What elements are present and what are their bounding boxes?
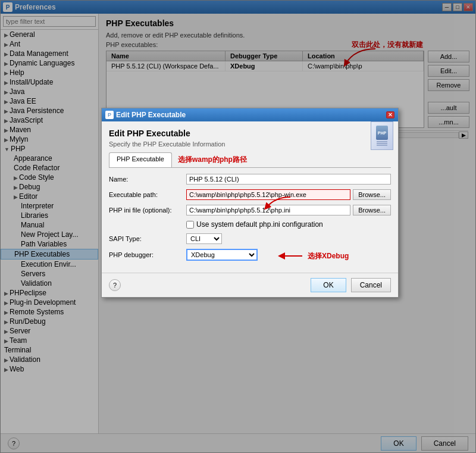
ini-label: PHP ini file (optional): xyxy=(109,207,186,214)
xdebug-label: 选择XDebug xyxy=(308,251,349,261)
checkbox-label: Use system default php.ini configuration xyxy=(196,220,323,229)
exec-label: Executable path: xyxy=(109,191,186,198)
modal-footer: ? OK Cancel xyxy=(102,273,398,297)
modal-body: PHP Edit PHP Executable Specify the PHP … xyxy=(102,121,398,273)
modal-subheading: Specify the PHP Executable Information xyxy=(109,140,391,148)
name-label: Name: xyxy=(109,176,186,183)
modal-title: Edit PHP Executable xyxy=(116,111,384,119)
modal-help-button[interactable]: ? xyxy=(109,279,121,291)
modal-footer-buttons: OK Cancel xyxy=(311,278,391,292)
ini-group: Browse... xyxy=(186,205,391,215)
sapi-row: SAPI Type: CLI CGI xyxy=(109,233,391,244)
modal-cancel-button[interactable]: Cancel xyxy=(351,278,391,292)
xdebug-annotation: 选择XDebug xyxy=(275,250,349,262)
ini-input[interactable] xyxy=(186,205,350,215)
name-input[interactable] xyxy=(186,174,391,185)
debugger-row: PHP debugger: XDebug Zend Debugger None … xyxy=(109,249,391,261)
debugger-select[interactable]: XDebug Zend Debugger None xyxy=(186,249,258,261)
exec-path-input[interactable] xyxy=(186,189,350,200)
modal-tab-bar: PHP Executable 选择wamp的php路径 xyxy=(109,152,391,168)
modal-icon: P xyxy=(105,111,114,119)
ini-browse-button[interactable]: Browse... xyxy=(353,205,391,215)
exec-path-group: Browse... xyxy=(186,189,391,200)
name-row: Name: xyxy=(109,174,391,185)
modal-ok-button[interactable]: OK xyxy=(311,278,346,292)
tab-annotation: 选择wamp的php路径 xyxy=(173,152,252,167)
edit-php-modal: P Edit PHP Executable ✕ PHP Edit PHP Exe… xyxy=(101,108,399,298)
exec-path-row: Executable path: Browse... xyxy=(109,189,391,200)
use-default-ini-checkbox[interactable] xyxy=(186,221,194,229)
checkbox-row: Use system default php.ini configuration xyxy=(109,220,391,229)
modal-title-bar: P Edit PHP Executable ✕ xyxy=(102,108,398,121)
sapi-label: SAPI Type: xyxy=(109,235,186,242)
php-icon: PHP xyxy=(371,121,393,150)
modal-overlay: P Edit PHP Executable ✕ PHP Edit PHP Exe… xyxy=(0,0,476,453)
debugger-label: PHP debugger: xyxy=(109,251,186,258)
modal-close-button[interactable]: ✕ xyxy=(386,111,394,118)
exec-browse-button[interactable]: Browse... xyxy=(353,189,391,200)
modal-tab-php-executable[interactable]: PHP Executable xyxy=(109,152,172,167)
xdebug-arrow xyxy=(275,250,305,262)
ini-row: PHP ini file (optional): Browse... xyxy=(109,205,391,215)
sapi-select[interactable]: CLI CGI xyxy=(186,233,222,244)
modal-heading: Edit PHP Executable xyxy=(109,129,391,138)
